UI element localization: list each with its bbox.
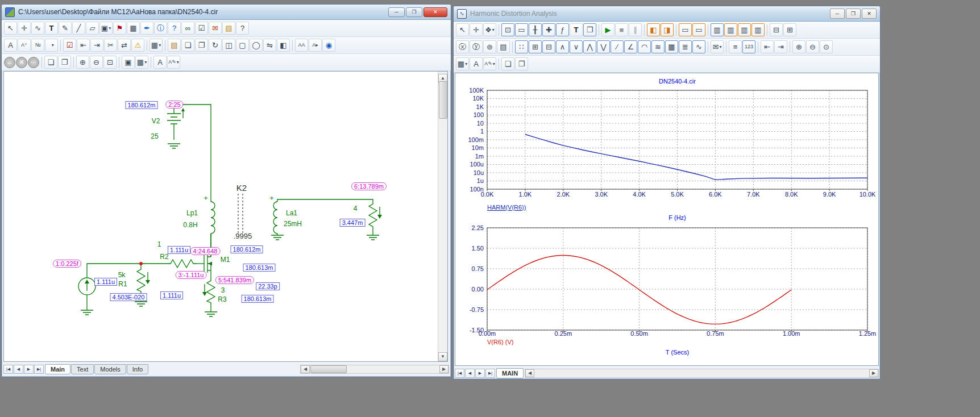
stepping-button[interactable]: ◨ bbox=[661, 23, 674, 36]
add-page-button[interactable]: ❐ bbox=[195, 39, 208, 52]
select-region-button[interactable]: ▢ bbox=[236, 39, 249, 52]
scroll-right-button[interactable]: ▶ bbox=[869, 369, 878, 377]
text-size-button[interactable]: A bbox=[153, 56, 167, 69]
tab-main[interactable]: Main bbox=[45, 364, 70, 374]
flip-horizontal-button[interactable]: ⇋ bbox=[263, 39, 276, 52]
transformer-k2[interactable] bbox=[238, 194, 243, 233]
picture-dropdown[interactable]: ▣▾ bbox=[99, 22, 113, 35]
point-tag-button[interactable]: ✚ bbox=[542, 23, 555, 36]
browse-button[interactable]: ◉ bbox=[322, 39, 335, 52]
find-button[interactable]: AA bbox=[295, 39, 308, 52]
voltage-source-v2[interactable] bbox=[167, 108, 185, 124]
select-tool[interactable]: ↖ bbox=[456, 23, 469, 36]
copy-page-button[interactable]: ❐ bbox=[58, 56, 71, 69]
font-dropdown[interactable]: A✎▾ bbox=[167, 56, 180, 69]
tab-models[interactable]: Models bbox=[94, 364, 126, 374]
high-button[interactable]: ⋀ bbox=[583, 40, 596, 53]
clipboard-dropdown[interactable]: ✉▾ bbox=[711, 40, 724, 53]
zoom-in-button[interactable]: ⊕ bbox=[76, 56, 89, 69]
node-voltages-button[interactable]: ☑ bbox=[63, 39, 76, 52]
peak-button[interactable]: ∧ bbox=[556, 40, 569, 53]
first-page-button[interactable]: |◀ bbox=[3, 365, 13, 374]
add-text-button[interactable]: A⁺ bbox=[18, 39, 31, 52]
current-source-input[interactable] bbox=[78, 278, 95, 295]
find-next-button[interactable]: A▸ bbox=[309, 39, 322, 52]
display-dropdown[interactable]: ▾ bbox=[45, 39, 58, 52]
text-tool[interactable]: T bbox=[45, 22, 58, 35]
pin-align-right-button[interactable]: ⇥ bbox=[90, 39, 103, 52]
scroll-right-button[interactable]: ▶ bbox=[439, 365, 449, 373]
schematic-viewport[interactable]: 2:256:13.789m4:24.6481:0.225f3:-1.111u5:… bbox=[3, 71, 448, 362]
last-page-button[interactable]: ▶| bbox=[485, 369, 495, 378]
zoom-area-button[interactable]: ⊡ bbox=[103, 56, 117, 69]
zoom-select-button[interactable]: ⊡ bbox=[501, 23, 514, 36]
diagonal-wire-tool[interactable]: ╱ bbox=[72, 22, 85, 35]
legend-label[interactable]: HARM(V(R6)) bbox=[487, 204, 526, 211]
grid-pattern-dropdown[interactable]: ▦▾ bbox=[135, 56, 148, 69]
legend-label[interactable]: V(R6) (V) bbox=[487, 339, 513, 345]
help-topics-button[interactable]: ? bbox=[236, 22, 249, 35]
split-window-button[interactable]: ◫ bbox=[222, 39, 235, 52]
horizontal-scrollbar[interactable]: ◀ ▶ bbox=[300, 365, 449, 374]
minimize-button[interactable]: ─ bbox=[388, 7, 405, 17]
more-button[interactable]: ⋯ bbox=[28, 57, 39, 68]
wires[interactable] bbox=[87, 105, 373, 312]
resistor-r2[interactable] bbox=[168, 260, 197, 268]
prev-page-button[interactable]: ◀ bbox=[14, 365, 23, 374]
pan-tool[interactable]: ✛ bbox=[470, 23, 483, 36]
maximize-button[interactable]: ❐ bbox=[846, 9, 861, 19]
tokens-button[interactable]: ⊞ bbox=[529, 40, 542, 53]
resistor-r1[interactable] bbox=[137, 268, 150, 293]
image-button[interactable]: ▣ bbox=[122, 56, 135, 69]
run-button[interactable]: ▶ bbox=[601, 23, 614, 36]
tile-vertical-button[interactable]: ⊞ bbox=[783, 23, 796, 36]
sheet-button[interactable]: ▤ bbox=[168, 39, 181, 52]
wire-tool[interactable]: ✎ bbox=[59, 22, 72, 35]
zoom-out-button[interactable]: ⊖ bbox=[806, 40, 819, 53]
grid-segments-button[interactable]: ▦ bbox=[665, 40, 678, 53]
vertical-scroll-thumb[interactable] bbox=[439, 81, 447, 119]
text-attributes-button[interactable]: A bbox=[4, 39, 17, 52]
watch-button[interactable]: ▭ bbox=[679, 23, 692, 36]
grid-button[interactable]: ▦▾ bbox=[150, 39, 163, 52]
low-button[interactable]: ⋁ bbox=[597, 40, 610, 53]
next-page-button[interactable]: ▶ bbox=[475, 369, 485, 378]
text-size-button[interactable]: A bbox=[470, 57, 483, 70]
enable-check-button[interactable]: ☑ bbox=[195, 22, 208, 35]
link-button[interactable]: ∞ bbox=[181, 22, 194, 35]
first-page-button[interactable]: |◀ bbox=[455, 369, 464, 378]
tile-horizontal-button[interactable]: ⊟ bbox=[770, 23, 783, 36]
grid-pattern-dropdown[interactable]: ▦▾ bbox=[456, 57, 469, 70]
info-button[interactable]: ⓘ bbox=[154, 22, 167, 35]
scale-mode-button[interactable]: ▭ bbox=[515, 23, 528, 36]
slope-button[interactable]: ∕ bbox=[611, 40, 624, 53]
back-button[interactable]: ← bbox=[4, 57, 15, 68]
copy-to-clipboard-button[interactable]: ❏ bbox=[44, 56, 57, 69]
last-page-button[interactable]: ▶| bbox=[34, 365, 44, 374]
refresh-button[interactable]: ↻ bbox=[209, 39, 222, 52]
resistor-r3[interactable] bbox=[202, 279, 215, 305]
format-button[interactable]: 123 bbox=[742, 40, 755, 53]
prev-page-button[interactable]: ◀ bbox=[465, 369, 475, 378]
numeric-output-button[interactable]: ≡ bbox=[729, 40, 742, 53]
junction-dot[interactable] bbox=[139, 262, 143, 265]
tab-text[interactable]: Text bbox=[71, 364, 94, 374]
valley-button[interactable]: ∨ bbox=[570, 40, 583, 53]
component-grid-button[interactable]: ▦ bbox=[127, 22, 140, 35]
y-axis-scale-button[interactable]: ⓨ bbox=[470, 40, 483, 53]
inductor-la1[interactable] bbox=[273, 202, 277, 233]
mosfet-m1[interactable] bbox=[204, 233, 212, 273]
cut-wire-button[interactable]: ✂ bbox=[104, 39, 117, 52]
node-numbers-button[interactable]: № bbox=[31, 39, 44, 52]
vertical-scrollbar[interactable]: ▲ ▼ bbox=[438, 72, 447, 361]
plot-page-1-button[interactable]: ▥ bbox=[711, 23, 724, 36]
resistor-r4[interactable] bbox=[369, 202, 382, 231]
zoom-out-button[interactable]: ⊖ bbox=[90, 56, 103, 69]
inflection-button[interactable]: ∠ bbox=[624, 40, 637, 53]
graphics-tool[interactable]: ▱ bbox=[86, 22, 99, 35]
scroll-left-button[interactable]: ◀ bbox=[301, 365, 310, 373]
notes-button[interactable]: ▤ bbox=[222, 22, 235, 35]
pan-tool[interactable]: ✛ bbox=[18, 22, 31, 35]
warning-button[interactable]: ⚠ bbox=[131, 39, 144, 52]
horizontal-scroll-thumb[interactable] bbox=[310, 365, 347, 373]
